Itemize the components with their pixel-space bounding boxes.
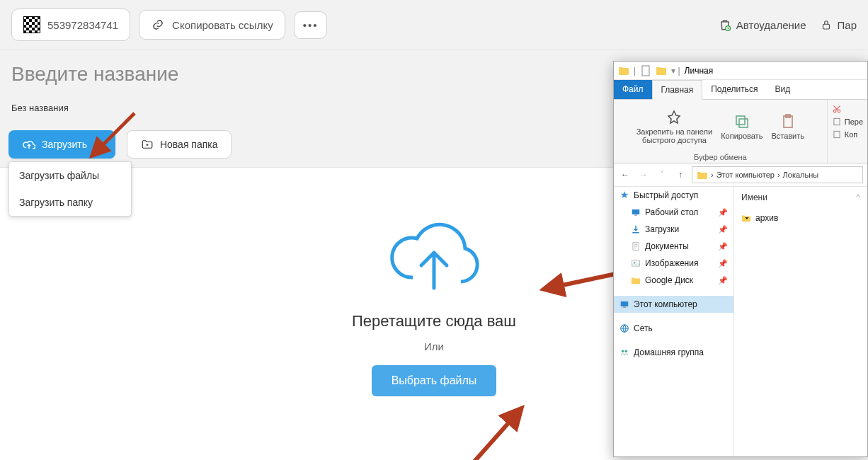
tree-thispc[interactable]: Этот компьютер — [614, 296, 733, 313]
upload-button[interactable]: Загрузить — [8, 130, 115, 159]
autodelete-button[interactable]: Автоудаление — [718, 18, 806, 32]
tree-gdrive[interactable]: Google Диск📌 — [614, 272, 733, 289]
tree-quick-access[interactable]: Быстрый доступ — [614, 187, 733, 204]
copy-link-button[interactable]: Скопировать ссылку — [139, 10, 285, 40]
nav-back[interactable]: ← — [618, 170, 632, 180]
lock-icon — [819, 18, 833, 32]
svg-rect-10 — [834, 131, 840, 137]
svg-rect-2 — [642, 66, 649, 76]
file-archive[interactable]: архив — [740, 211, 862, 225]
explorer-content[interactable]: Имени ^ архив — [734, 187, 867, 456]
share-code: 553972834741 — [47, 19, 118, 31]
pin-icon: 📌 — [718, 259, 728, 268]
tab-share[interactable]: Поделиться — [702, 80, 766, 99]
cloud-upload-icon — [384, 210, 484, 295]
trash-clock-icon — [718, 18, 732, 32]
share-code-pill[interactable]: 553972834741 — [11, 8, 130, 41]
qr-icon — [23, 16, 40, 33]
tree-network[interactable]: Сеть — [614, 320, 733, 337]
path-box[interactable]: › Этот компьютер › Локальны — [692, 166, 863, 183]
password-label: Пар — [838, 19, 857, 31]
upload-folder-item[interactable]: Загрузить папку — [9, 189, 131, 216]
ribbon-side: Пере Коп — [828, 100, 867, 163]
ribbon-side-paste[interactable]: Пере — [832, 117, 863, 127]
doc-icon — [640, 65, 651, 76]
explorer-tabs: Файл Главная Поделиться Вид — [614, 80, 867, 100]
header-bar: 553972834741 Скопировать ссылку ••• Авто… — [0, 0, 868, 50]
tree-downloads[interactable]: Загрузки📌 — [614, 221, 733, 238]
pin-icon: 📌 — [718, 208, 728, 217]
svg-rect-1 — [823, 24, 829, 29]
folder-icon — [656, 65, 667, 76]
nav-up[interactable]: ↑ — [673, 170, 687, 180]
explorer-window: | ▾ | Личная Файл Главная Поделиться Вид… — [613, 61, 868, 457]
link-icon — [151, 18, 165, 32]
autodelete-label: Автоудаление — [736, 19, 806, 31]
explorer-title: Личная — [685, 66, 714, 76]
svg-rect-9 — [834, 118, 840, 125]
svg-rect-3 — [739, 119, 748, 127]
explorer-titlebar[interactable]: | ▾ | Личная — [614, 62, 867, 80]
tab-main[interactable]: Главная — [652, 80, 703, 100]
svg-rect-12 — [634, 215, 637, 216]
ribbon-group-label: Буфер обмена — [694, 151, 747, 161]
cloud-up-icon — [22, 137, 36, 151]
new-folder-label: Новая папка — [160, 139, 218, 150]
arrow-annotation — [396, 412, 538, 460]
nav-recent[interactable]: ˅ — [655, 170, 669, 180]
upload-dropdown: Загрузить файлы Загрузить папку — [8, 161, 132, 217]
svg-rect-17 — [623, 307, 627, 308]
folder-icon — [618, 65, 629, 76]
ribbon-cut[interactable] — [832, 104, 863, 114]
upload-label: Загрузить — [42, 139, 87, 150]
svg-point-20 — [625, 350, 628, 353]
path-root[interactable]: Этот компьютер — [716, 171, 775, 179]
ribbon-copy[interactable]: Копировать — [721, 113, 763, 140]
svg-rect-4 — [736, 116, 745, 125]
pin-icon: 📌 — [718, 225, 728, 234]
folder-icon — [697, 169, 708, 180]
folder-plus-icon — [140, 137, 154, 151]
explorer-path: ← → ˅ ↑ › Этот компьютер › Локальны — [614, 163, 867, 187]
copy-link-label: Скопировать ссылку — [172, 19, 273, 31]
password-button[interactable]: Пар — [819, 18, 857, 32]
pin-icon: 📌 — [718, 242, 728, 251]
tree-desktop[interactable]: Рабочий стол📌 — [614, 204, 733, 221]
more-button[interactable]: ••• — [294, 11, 328, 39]
pin-icon: 📌 — [718, 276, 728, 285]
chevron-down-icon — [95, 142, 102, 146]
choose-files-button[interactable]: Выбрать файлы — [372, 365, 497, 396]
tree-pictures[interactable]: Изображения📌 — [614, 255, 733, 272]
tab-file[interactable]: Файл — [614, 80, 652, 99]
ribbon-paste[interactable]: Вставить — [771, 113, 804, 140]
tree-homegroup[interactable]: Домашняя группа — [614, 344, 733, 361]
svg-rect-16 — [621, 301, 629, 306]
nav-fwd[interactable]: → — [636, 170, 651, 180]
new-folder-button[interactable]: Новая папка — [127, 130, 232, 159]
svg-point-19 — [622, 350, 624, 353]
dots-icon: ••• — [303, 19, 319, 31]
ribbon-pin[interactable]: Закрепить на панели быстрого доступа — [636, 109, 712, 144]
ribbon-side-copy[interactable]: Коп — [832, 130, 863, 139]
explorer-tree: Быстрый доступ Рабочий стол📌 Загрузки📌 Д… — [614, 187, 734, 456]
upload-files-item[interactable]: Загрузить файлы — [9, 162, 131, 189]
svg-point-15 — [634, 262, 635, 263]
path-seg[interactable]: Локальны — [783, 171, 819, 179]
tree-documents[interactable]: Документы📌 — [614, 238, 733, 255]
svg-rect-11 — [632, 209, 640, 214]
ribbon: Закрепить на панели быстрого доступа Коп… — [614, 100, 867, 163]
tab-view[interactable]: Вид — [766, 80, 799, 99]
svg-rect-14 — [632, 260, 640, 266]
